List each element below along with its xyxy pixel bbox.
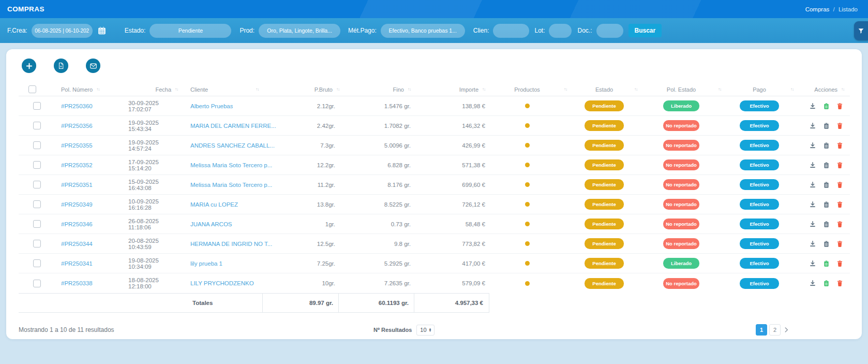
header-pol-estado[interactable]: Pol. Estado↑↓ [639,86,723,93]
client-link[interactable]: MARIA cu LOPEZ [190,201,238,208]
prod-select[interactable]: Oro, Plata, Lingote, Brilla... [259,24,340,38]
row-checkbox[interactable] [33,240,41,247]
add-purchase-button[interactable] [22,59,36,73]
next-page-button[interactable] [783,326,790,333]
sort-icon[interactable]: ↑↓ [841,87,844,92]
download-icon[interactable] [809,162,816,169]
export-excel-button[interactable]: x [54,59,68,73]
estado-select[interactable]: Pendiente [149,24,231,38]
clien-input[interactable] [493,24,529,38]
policy-number-link[interactable]: #PR250338 [61,280,93,286]
header-estado[interactable]: Estado↑↓ [569,86,639,93]
lot-input[interactable] [549,24,572,38]
policy-number-link[interactable]: #PR250360 [61,103,93,109]
document-icon[interactable] [823,122,830,129]
client-link[interactable]: JUANA ARCOS [190,221,232,227]
document-icon[interactable] [823,260,830,267]
page-button-1[interactable]: 1 [756,324,767,336]
sort-icon[interactable]: ↑↓ [564,87,567,92]
row-checkbox[interactable] [33,259,41,267]
download-icon[interactable] [809,181,816,188]
sort-icon[interactable]: ↑↓ [790,87,794,92]
client-link[interactable]: lily prueba 1 [190,260,222,267]
delete-icon[interactable] [836,260,843,267]
select-all-checkbox[interactable] [28,85,36,93]
client-link[interactable]: Melissa Maria Soto Tercero p... [190,162,272,168]
status-badge: Pendiente [585,219,624,229]
stepper-icon[interactable]: ▲▼ [429,328,432,332]
header-pol-numero[interactable]: Pol. Número↑↓ [46,86,128,93]
policy-number-link[interactable]: #PR250341 [61,260,93,267]
row-checkbox[interactable] [33,181,41,188]
download-icon[interactable] [809,240,816,247]
client-link[interactable]: Melissa Maria Soto Tercero p... [190,182,272,188]
header-fino[interactable]: Fino↑↓ [339,86,411,93]
delete-icon[interactable] [836,162,843,169]
client-link[interactable]: Alberto Pruebas [190,103,233,109]
fcrea-daterange-input[interactable]: 06-08-2025 | 06-10-202 [32,24,93,38]
header-pbruto[interactable]: P.Bruto↑↓ [309,86,339,93]
breadcrumb-root[interactable]: Compras [805,6,830,12]
policy-status-badge: No reportado [663,199,699,210]
delete-icon[interactable] [836,240,843,247]
sort-icon[interactable]: ↑↓ [718,87,721,92]
policy-number-link[interactable]: #PR250349 [61,201,93,208]
policy-number-link[interactable]: #PR250351 [61,182,93,188]
sort-icon[interactable]: ↑↓ [96,87,99,92]
client-link[interactable]: LILY PRYCHODZENKO [190,280,254,286]
download-icon[interactable] [809,142,816,149]
row-checkbox[interactable] [33,122,41,129]
header-acciones[interactable]: Acciones↑↓ [796,86,844,93]
delete-icon[interactable] [836,221,843,228]
policy-number-link[interactable]: #PR250344 [61,241,93,247]
download-icon[interactable] [809,260,816,267]
delete-icon[interactable] [836,122,843,129]
document-icon[interactable] [823,240,830,247]
row-checkbox[interactable] [33,141,41,149]
document-icon[interactable] [823,280,830,287]
policy-number-link[interactable]: #PR250352 [61,162,93,168]
header-fecha[interactable]: Fecha↑↓ [128,86,178,93]
document-icon[interactable] [823,162,830,169]
header-importe[interactable]: Importe↑↓ [411,86,485,93]
row-checkbox[interactable] [33,200,41,208]
header-cliente[interactable]: Cliente↑↓ [178,86,309,93]
download-icon[interactable] [809,103,816,110]
sort-icon[interactable]: ↑↓ [634,87,637,92]
policy-number-link[interactable]: #PR250356 [61,123,93,129]
document-icon[interactable] [823,142,830,149]
row-checkbox[interactable] [33,102,41,110]
filter-panel-toggle[interactable] [854,21,868,40]
document-icon[interactable] [823,201,830,208]
client-link[interactable]: MARIA DEL CARMEN FERRE... [190,123,276,129]
sort-icon[interactable]: ↑↓ [256,87,259,92]
download-icon[interactable] [809,122,816,129]
doc-input[interactable] [596,24,623,38]
policy-number-link[interactable]: #PR250346 [61,221,93,227]
client-link[interactable]: HERMANA DE INGRID NO T... [190,241,272,247]
row-checkbox[interactable] [33,220,41,228]
results-per-page-input[interactable]: 10 ▲▼ [416,325,434,336]
calendar-icon[interactable] [97,25,107,36]
delete-icon[interactable] [836,142,843,149]
delete-icon[interactable] [836,103,843,110]
send-email-button[interactable] [86,59,100,73]
download-icon[interactable] [809,221,816,228]
metpago-select[interactable]: Efectivo, Banco pruebas 1... [381,24,465,38]
document-icon[interactable] [823,103,830,110]
client-link[interactable]: ANDRES SANCHEZ CABALL... [190,142,275,149]
buscar-button[interactable]: Buscar [628,24,662,37]
download-icon[interactable] [809,280,816,287]
download-icon[interactable] [809,201,816,208]
header-productos[interactable]: Productos↑↓ [485,86,569,93]
document-icon[interactable] [823,221,830,228]
row-checkbox[interactable] [33,280,41,287]
page-button-2[interactable]: 2 [769,324,781,336]
policy-number-link[interactable]: #PR250355 [61,142,93,149]
row-checkbox[interactable] [33,161,41,169]
delete-icon[interactable] [836,201,843,208]
document-icon[interactable] [823,181,830,188]
header-pago[interactable]: Pago↑↓ [723,86,796,93]
delete-icon[interactable] [836,181,843,188]
delete-icon[interactable] [836,280,843,287]
